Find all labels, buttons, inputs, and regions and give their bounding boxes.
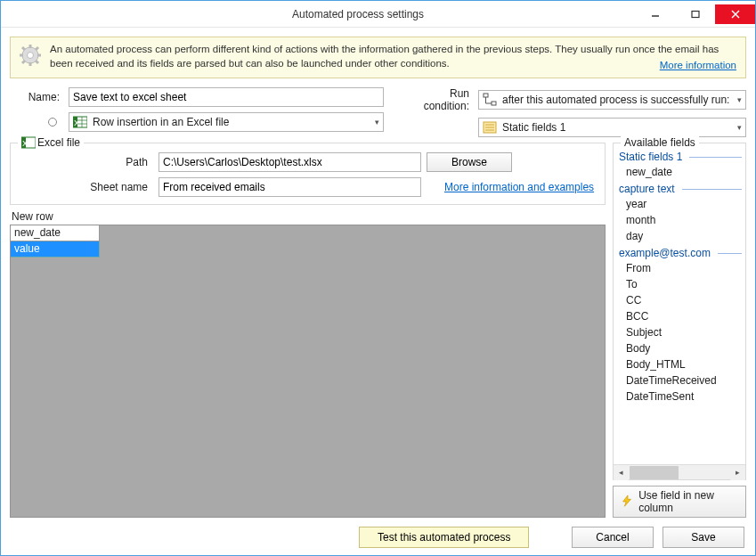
close-button[interactable] — [715, 4, 755, 24]
grid-cell-selected[interactable]: value — [11, 241, 100, 258]
available-fields-legend: Available fields — [621, 136, 699, 149]
field-item[interactable]: month — [619, 213, 742, 227]
field-group-header[interactable]: example@test.com — [619, 247, 742, 259]
new-row-legend: New row — [10, 210, 606, 223]
process-type-value: Row insertion in an Excel file — [93, 116, 229, 128]
field-item[interactable]: BCC — [619, 309, 742, 323]
run-condition-select[interactable]: after this automated process is successf… — [478, 90, 746, 110]
field-item[interactable]: From — [619, 261, 742, 275]
maximize-button[interactable] — [675, 4, 715, 24]
path-label: Path — [73, 156, 153, 168]
use-field-button[interactable]: Use field in new column — [613, 486, 746, 518]
chevron-down-icon: ▾ — [737, 123, 742, 132]
field-item[interactable]: Body_HTML — [619, 357, 742, 372]
more-info-examples-link[interactable]: More information and examples — [444, 181, 594, 193]
type-radio[interactable] — [45, 115, 60, 129]
svg-rect-20 — [484, 94, 488, 97]
name-input[interactable] — [69, 87, 384, 107]
info-banner: An automated process can perform differe… — [10, 37, 746, 78]
field-item[interactable]: Body — [619, 341, 742, 356]
excel-file-legend: Excel file — [37, 136, 80, 149]
svg-point-5 — [28, 53, 34, 59]
field-item[interactable]: day — [619, 229, 742, 243]
window: Automated process settings An automated … — [0, 0, 756, 556]
top-fields: Name: X Row insertion in an Excel file ▾ — [10, 87, 746, 137]
sheet-name-input[interactable] — [159, 177, 421, 197]
banner-text-content: An automated process can perform differe… — [50, 44, 719, 69]
run-condition-value: after this automated process is successf… — [502, 94, 729, 106]
sheet-name-label: Sheet name — [73, 181, 153, 193]
svg-line-12 — [36, 47, 38, 50]
excel-file-group: X Excel file Path Browse Sheet name — [10, 143, 606, 205]
cancel-button[interactable]: Cancel — [572, 527, 654, 548]
available-fields-list[interactable]: Static fields 1new_datecapture textyearm… — [614, 143, 745, 464]
list-icon — [483, 120, 497, 135]
field-item[interactable]: Subject — [619, 325, 742, 339]
use-field-label: Use field in new column — [638, 489, 738, 514]
svg-line-13 — [22, 61, 25, 63]
field-group-header[interactable]: Static fields 1 — [619, 151, 742, 163]
available-fields-group: Available fields Static fields 1new_date… — [613, 143, 746, 480]
available-fields-panel: Available fields Static fields 1new_date… — [613, 143, 746, 518]
test-process-button[interactable]: Test this automated process — [359, 527, 529, 548]
field-item[interactable]: DateTimeReceived — [619, 373, 742, 388]
scroll-right-arrow[interactable]: ▸ — [730, 465, 745, 480]
more-information-link[interactable]: More information — [660, 59, 736, 73]
footer: Test this automated process Cancel Save — [10, 523, 746, 548]
field-item[interactable]: year — [619, 197, 742, 211]
flow-icon — [483, 93, 497, 107]
source-value: Static fields 1 — [502, 121, 565, 134]
main-area: X Excel file Path Browse Sheet name — [10, 143, 746, 518]
field-item[interactable]: DateTimeSent — [619, 389, 742, 404]
process-type-select[interactable]: X Row insertion in an Excel file ▾ — [69, 112, 384, 132]
excel-icon: X — [21, 136, 34, 149]
lightning-icon — [621, 495, 633, 509]
svg-line-10 — [22, 47, 25, 50]
titlebar: Automated process settings — [1, 1, 755, 28]
window-title: Automated process settings — [81, 8, 635, 20]
path-input[interactable] — [159, 152, 421, 172]
chevron-down-icon: ▾ — [737, 95, 742, 104]
run-condition-label: Run condition: — [402, 87, 473, 112]
grid-column-header[interactable]: new_date — [11, 225, 100, 241]
save-button[interactable]: Save — [663, 527, 744, 548]
client-area: An automated process can perform differe… — [1, 28, 755, 555]
minimize-button[interactable] — [635, 4, 675, 24]
scroll-left-arrow[interactable]: ◂ — [614, 465, 629, 480]
chevron-down-icon: ▾ — [375, 118, 379, 127]
banner-text: An automated process can perform differe… — [50, 43, 736, 72]
name-label: Name: — [10, 91, 63, 103]
svg-rect-1 — [692, 11, 699, 17]
window-controls — [635, 4, 755, 24]
field-group-header[interactable]: capture text — [619, 183, 742, 195]
excel-icon: X — [73, 115, 87, 129]
field-item[interactable]: CC — [619, 293, 742, 307]
new-row-grid[interactable]: new_date value — [10, 225, 606, 518]
svg-line-11 — [36, 61, 38, 63]
horizontal-scrollbar[interactable]: ◂ ▸ — [614, 464, 745, 479]
field-item[interactable]: new_date — [619, 165, 742, 179]
new-row-group: New row new_date value — [10, 210, 606, 518]
svg-rect-21 — [492, 102, 496, 105]
svg-marker-29 — [623, 495, 631, 506]
gear-icon — [18, 43, 43, 72]
browse-button[interactable]: Browse — [427, 152, 512, 172]
svg-text:X: X — [22, 139, 28, 148]
scroll-thumb[interactable] — [630, 466, 679, 479]
field-item[interactable]: To — [619, 277, 742, 291]
svg-text:X: X — [74, 119, 79, 127]
source-select[interactable]: Static fields 1 ▾ — [478, 118, 746, 137]
